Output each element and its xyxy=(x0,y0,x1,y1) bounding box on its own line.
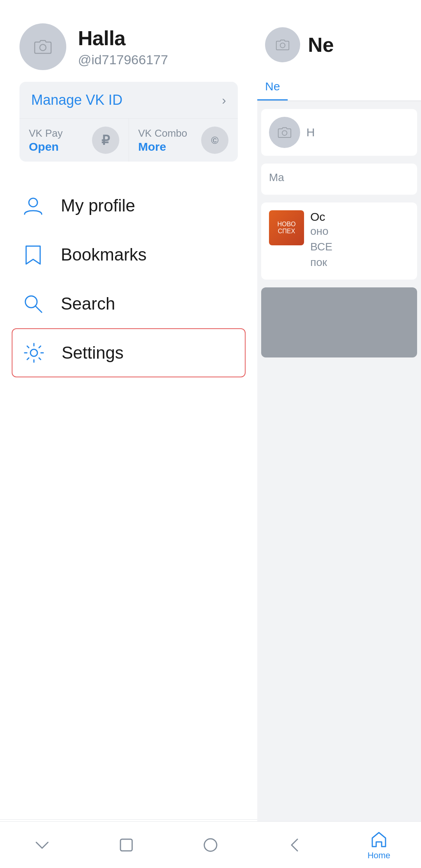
vkpay-text: VK Pay Open xyxy=(29,127,63,153)
right-panel-title-partial: Ne xyxy=(308,33,334,56)
drawer-panel: Halla @id717966177 Manage VK ID › VK Pay… xyxy=(0,0,257,868)
vkpay-name: VK Pay xyxy=(29,127,63,139)
svg-point-16 xyxy=(282,130,287,135)
menu-item-search[interactable]: Search xyxy=(0,279,257,328)
profile-info: Halla @id717966177 xyxy=(78,26,168,67)
right-text-vse: ВСЕ xyxy=(310,241,333,253)
nav-back-button[interactable] xyxy=(0,822,84,868)
menu-label-profile: My profile xyxy=(61,196,135,215)
vkpay-icon: ₽ xyxy=(92,127,119,154)
navigation-bar: Home xyxy=(0,821,421,868)
svg-point-18 xyxy=(204,839,217,851)
nav-home-vk-button[interactable]: Home xyxy=(337,822,421,868)
right-username-partial: H xyxy=(306,126,315,139)
vkcombo-name: VK Combo xyxy=(138,127,188,139)
down-arrow-icon xyxy=(32,835,52,855)
vkpay-button[interactable]: VK Pay Open ₽ xyxy=(19,119,129,162)
right-text-card-1: Ma xyxy=(261,164,417,195)
bookmark-icon xyxy=(19,241,47,268)
svg-point-4 xyxy=(30,349,37,356)
right-news-card: НОВOСПEX Ос оно ВСЕ пок xyxy=(261,202,417,280)
vkcombo-text: VK Combo More xyxy=(138,127,188,153)
circle-icon xyxy=(201,835,220,855)
settings-icon xyxy=(20,339,48,366)
svg-rect-17 xyxy=(120,839,132,851)
profile-id: @id717966177 xyxy=(78,52,168,67)
chevron-right-icon: › xyxy=(222,93,226,107)
profile-icon xyxy=(19,192,47,219)
camera-icon xyxy=(33,37,53,57)
manage-vkid-button[interactable]: Manage VK ID › xyxy=(19,82,238,119)
right-text-ma: Ma xyxy=(269,171,409,184)
square-icon xyxy=(117,835,136,855)
right-tab-active[interactable]: Ne xyxy=(257,76,288,100)
right-topbar: Ne xyxy=(257,0,421,70)
search-icon xyxy=(19,290,47,317)
svg-point-15 xyxy=(280,43,285,48)
svg-line-3 xyxy=(35,306,42,312)
right-text-os: Ос xyxy=(310,210,333,224)
menu-item-settings[interactable]: Settings xyxy=(12,328,246,377)
menu-label-settings: Settings xyxy=(62,343,124,363)
profile-name: Halla xyxy=(78,26,168,50)
right-avatar xyxy=(269,117,300,148)
menu-item-profile[interactable]: My profile xyxy=(0,181,257,230)
right-user-row: H xyxy=(261,109,417,156)
right-camera-icon xyxy=(265,27,300,62)
profile-section: Halla @id717966177 xyxy=(0,0,257,82)
right-panel: Ne Ne H Ma НОВOСПEX Ос оно xyxy=(257,0,421,821)
menu-label-search: Search xyxy=(61,294,115,313)
vkpay-action: Open xyxy=(29,140,63,153)
vkcombo-action: More xyxy=(138,140,188,153)
services-row: VK Pay Open ₽ VK Combo More © xyxy=(19,119,238,162)
home-icon xyxy=(369,829,389,849)
nav-square-button[interactable] xyxy=(84,822,168,868)
nav-home-label: Home xyxy=(368,850,391,861)
vkcombo-icon: © xyxy=(201,127,228,154)
manage-vkid-label: Manage VK ID xyxy=(31,92,122,108)
avatar[interactable] xyxy=(19,23,66,70)
right-text-pok: пок xyxy=(310,256,333,269)
svg-point-1 xyxy=(29,198,37,207)
menu-label-bookmarks: Bookmarks xyxy=(61,245,147,264)
right-thumbnail: НОВOСПEX xyxy=(269,210,304,245)
right-content: H Ma НОВOСПEX Ос оно ВСЕ пок xyxy=(257,101,421,365)
back-arrow-icon xyxy=(285,835,304,855)
right-news-text: Ос оно ВСЕ пок xyxy=(310,210,333,272)
menu-item-bookmarks[interactable]: Bookmarks xyxy=(0,230,257,279)
right-text-ono: оно xyxy=(310,225,333,238)
right-image-placeholder xyxy=(261,287,417,357)
right-tabs: Ne xyxy=(257,70,421,101)
menu-list: My profile Bookmarks Search xyxy=(0,173,257,819)
vkcombo-button[interactable]: VK Combo More © xyxy=(129,119,238,162)
nav-recents-button[interactable] xyxy=(253,822,337,868)
svg-point-0 xyxy=(40,44,46,51)
nav-home-button[interactable] xyxy=(168,822,253,868)
